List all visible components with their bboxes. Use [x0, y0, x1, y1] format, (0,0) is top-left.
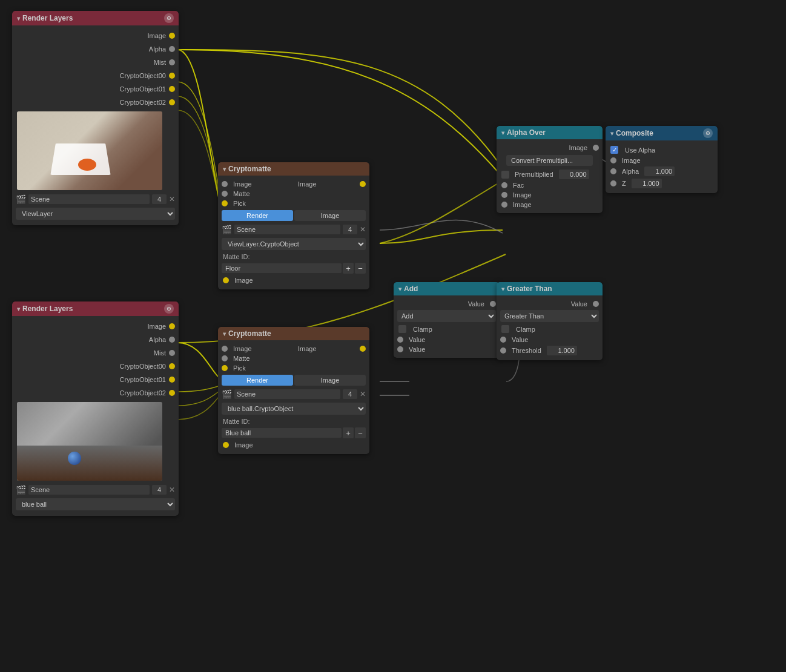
crypto1-scene-num[interactable] — [343, 225, 357, 234]
socket-alpha-out[interactable] — [169, 46, 175, 52]
crypto2-matte-in[interactable] — [222, 355, 228, 361]
comp-use-alpha-cb[interactable]: ✓ — [610, 146, 618, 154]
crypto2-matte-label: Matte — [233, 355, 250, 362]
gt-threshold-value[interactable] — [547, 346, 577, 355]
output-crypto1-row: CryptoObject01 — [12, 82, 179, 96]
socket-image-out[interactable] — [169, 33, 175, 39]
add-operation-select[interactable]: Add — [397, 310, 496, 322]
crypto2-image-out[interactable] — [360, 346, 366, 352]
crypto2-image-btn[interactable]: Image — [294, 375, 366, 386]
crypto2-image-in[interactable] — [222, 346, 228, 352]
rl2-socket-crypto1-out[interactable] — [169, 377, 175, 383]
add-clamp-cb[interactable] — [398, 325, 406, 333]
crypto2-scene-input[interactable] — [234, 389, 340, 399]
add-value1-in[interactable] — [397, 337, 403, 343]
comp-alpha-in[interactable] — [610, 168, 616, 174]
viewlayer-select-1[interactable]: ViewLayer — [16, 208, 175, 220]
scene-num-2[interactable] — [152, 485, 167, 495]
crypto1-matte-remove[interactable]: − — [355, 263, 366, 274]
socket-crypto0-out[interactable] — [169, 73, 175, 79]
ao-premul-value[interactable] — [559, 170, 589, 179]
crypto2-matte-input[interactable] — [222, 428, 342, 438]
comp-alpha-value[interactable] — [644, 166, 675, 176]
rl2-socket-crypto2-out[interactable] — [169, 390, 175, 396]
add-value-out[interactable] — [490, 301, 496, 307]
scene-icon-1: 🎬 — [16, 194, 26, 204]
crypto1-image-out[interactable] — [360, 181, 366, 187]
scene-input-2[interactable] — [28, 485, 150, 495]
crypto2-collapse[interactable]: ▾ — [223, 331, 226, 337]
comp-z-in[interactable] — [610, 180, 616, 186]
comp-z-label: Z — [622, 180, 626, 187]
scene-row-1: 🎬 ✕ — [12, 193, 179, 206]
crypto2-scene-num[interactable] — [343, 389, 357, 399]
ao-convert-btn[interactable]: Convert Premultipli... — [506, 155, 593, 166]
add-collapse[interactable]: ▾ — [398, 286, 401, 292]
comp-image-in[interactable] — [610, 157, 616, 163]
ao-image-out[interactable] — [593, 145, 599, 151]
crypto1-render-btn[interactable]: Render — [222, 210, 293, 221]
crypto1-scene-x[interactable]: ✕ — [360, 225, 366, 234]
crypto1-image-btn[interactable]: Image — [294, 210, 366, 221]
crypto2-pick-in[interactable] — [222, 365, 228, 371]
scene-x-1[interactable]: ✕ — [169, 195, 175, 203]
greater-than-node: ▾ Greater Than Value Greater Than Clamp — [497, 282, 603, 360]
gt-value-out[interactable] — [593, 301, 599, 307]
add-clamp-row: Clamp — [394, 323, 500, 335]
comp-collapse[interactable]: ▾ — [610, 130, 613, 137]
gt-collapse[interactable]: ▾ — [501, 286, 504, 292]
socket-mist-out[interactable] — [169, 59, 175, 65]
ao-fac-in[interactable] — [501, 182, 507, 188]
scene-input-1[interactable] — [28, 194, 150, 204]
ao-collapse[interactable]: ▾ — [501, 130, 504, 136]
rl2-socket-crypto0-out[interactable] — [169, 363, 175, 369]
rl2-socket-alpha-out[interactable] — [169, 337, 175, 343]
render-layers-2-body: Image Alpha Mist CryptoObject00 CryptoOb… — [12, 316, 179, 516]
render-layers-2-icon: ⊙ — [164, 304, 174, 314]
crypto1-collapse[interactable]: ▾ — [223, 166, 226, 173]
ao-premul-cb[interactable] — [501, 171, 509, 179]
alpha-over-body: Image Convert Premultipli... Premultipli… — [497, 139, 603, 213]
crypto2-layer-select[interactable]: blue ball.CryptoObject — [222, 403, 366, 415]
cryptomatte-1-header: ▾ Cryptomatte — [218, 162, 369, 176]
crypto2-matte-remove[interactable]: − — [355, 427, 366, 438]
crypto1-image-out-bottom[interactable] — [223, 277, 229, 283]
add-value2-in[interactable] — [397, 346, 403, 352]
socket-crypto2-out[interactable] — [169, 99, 175, 105]
ao-image1-in[interactable] — [501, 192, 507, 198]
add-dropdown-row: Add — [394, 309, 500, 323]
crypto2-scene-x[interactable]: ✕ — [360, 390, 366, 398]
crypto1-image-in[interactable] — [222, 181, 228, 187]
crypto1-pick-in[interactable] — [222, 200, 228, 206]
crypto2-matte-add[interactable]: + — [343, 427, 354, 438]
gt-clamp-cb[interactable] — [501, 325, 509, 333]
scene-num-1[interactable] — [152, 194, 167, 204]
collapse-arrow[interactable]: ▾ — [17, 15, 20, 22]
gt-value-in[interactable] — [500, 337, 506, 343]
gt-value-label: Value — [512, 336, 528, 343]
scene-x-2[interactable]: ✕ — [169, 486, 175, 494]
composite-icon: ⊙ — [703, 128, 713, 138]
gt-operation-select[interactable]: Greater Than — [500, 310, 599, 322]
render-layers-1-icon: ⊙ — [164, 13, 174, 23]
crypto1-matte-input[interactable] — [222, 263, 342, 273]
crypto1-layer-select[interactable]: ViewLayer.CryptoObject — [222, 238, 366, 250]
rl2-output-alpha-label: Alpha — [149, 336, 166, 343]
socket-crypto1-out[interactable] — [169, 86, 175, 92]
gt-threshold-in[interactable] — [500, 348, 506, 354]
comp-z-value[interactable] — [632, 179, 662, 188]
rl2-socket-image-out[interactable] — [169, 323, 175, 329]
orange-object — [78, 159, 96, 171]
crypto1-matte-in[interactable] — [222, 191, 228, 197]
collapse-arrow-2[interactable]: ▾ — [17, 306, 20, 312]
crypto1-matte-add[interactable]: + — [343, 263, 354, 274]
crypto2-matte-id-label: Matte ID: — [218, 417, 369, 426]
viewlayer-select-2[interactable]: blue ball — [16, 498, 175, 510]
ao-image2-in[interactable] — [501, 202, 507, 208]
output-mist-label: Mist — [154, 59, 166, 66]
crypto1-scene-input[interactable] — [234, 225, 340, 234]
crypto2-render-btn[interactable]: Render — [222, 375, 293, 386]
rl2-socket-mist-out[interactable] — [169, 350, 175, 356]
crypto1-matte-input-row: + − — [218, 262, 369, 275]
crypto2-image-out-bottom[interactable] — [223, 442, 229, 448]
